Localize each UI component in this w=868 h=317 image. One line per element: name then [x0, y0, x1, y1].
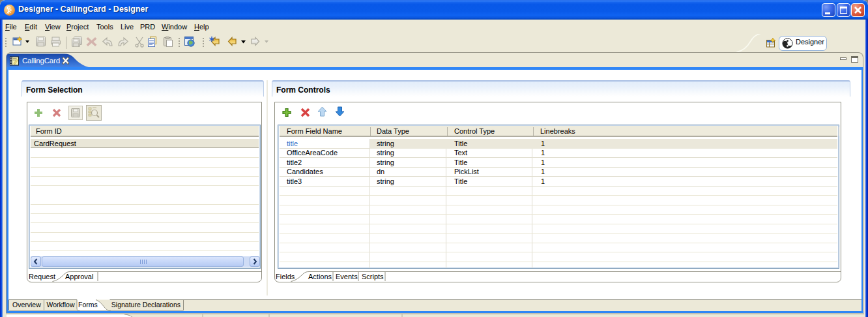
svg-text:Fields: Fields [276, 273, 295, 280]
svg-text:Overview: Overview [12, 301, 41, 309]
svg-text:Actions: Actions [308, 273, 332, 280]
svg-text:Signature Declarations: Signature Declarations [111, 301, 181, 309]
svg-text:Events: Events [336, 273, 358, 280]
svg-text:Workflow: Workflow [47, 301, 75, 309]
svg-text:Forms: Forms [78, 301, 98, 309]
svg-text:Approval: Approval [65, 273, 93, 280]
svg-text:Request: Request [29, 273, 55, 280]
svg-text:CallingCard: CallingCard [22, 57, 60, 65]
svg-text:Scripts: Scripts [362, 273, 384, 280]
